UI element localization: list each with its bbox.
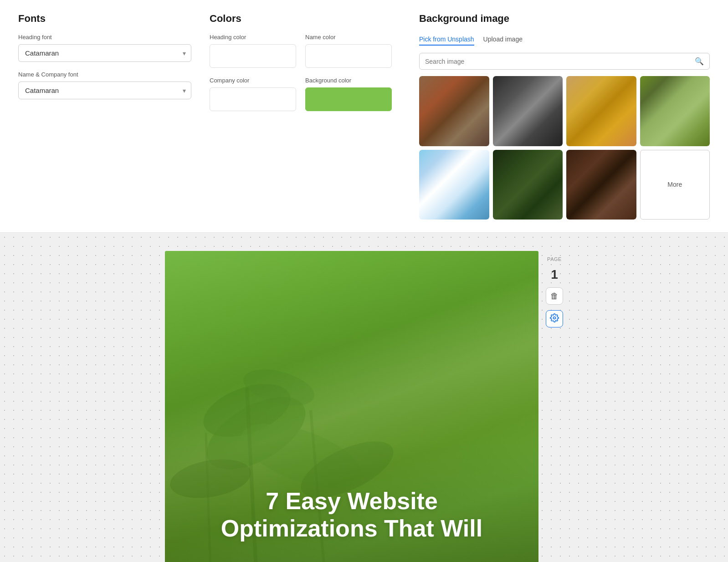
svg-point-4 — [240, 363, 318, 412]
colors-section: Colors Heading color Name color Company … — [210, 13, 419, 220]
page-wrapper: 7 Easy Website Optimizations That Will P… — [165, 251, 563, 562]
list-item[interactable] — [640, 76, 710, 146]
background-color-field: Background color — [305, 77, 392, 111]
name-company-font-field: Name & Company font Catamaran Arial Geor… — [18, 71, 191, 99]
heading-font-wrapper: Catamaran Arial Georgia Helvetica ▾ — [18, 44, 191, 62]
color-row-top: Heading color Name color — [210, 34, 392, 68]
name-color-swatch[interactable] — [305, 44, 392, 68]
thumbnail-field — [640, 76, 710, 146]
settings-button[interactable] — [546, 310, 563, 327]
svg-point-0 — [195, 382, 317, 484]
svg-point-1 — [196, 373, 297, 447]
thumbnail-door — [419, 76, 489, 146]
list-item[interactable] — [419, 76, 489, 146]
more-button[interactable]: More — [640, 150, 710, 220]
heading-line-1: 7 Easy Website — [266, 488, 438, 514]
heading-font-label: Heading font — [18, 34, 191, 41]
color-row-bottom: Company color Background color — [210, 77, 392, 111]
name-color-field: Name color — [305, 34, 392, 68]
bg-image-title: Background image — [419, 13, 710, 25]
page-content: 7 Easy Website Optimizations That Will — [194, 488, 510, 542]
name-company-font-label: Name & Company font — [18, 71, 191, 78]
thumbnail-person-outdoor — [419, 150, 489, 220]
heading-line-2: Optimizations That Will — [221, 515, 482, 542]
heading-font-select[interactable]: Catamaran Arial Georgia Helvetica — [18, 44, 191, 62]
background-image-section: Background image Pick from Unsplash Uplo… — [419, 13, 710, 220]
search-box: 🔍 — [419, 53, 710, 70]
search-input[interactable] — [425, 58, 695, 65]
side-controls: PAGE 1 🗑 — [546, 251, 563, 327]
thumbnail-coins — [566, 150, 636, 220]
page-number: 1 — [551, 267, 558, 282]
list-item[interactable] — [419, 150, 489, 220]
list-item[interactable] — [566, 76, 636, 146]
tab-upload-image[interactable]: Upload image — [483, 34, 523, 46]
heading-color-swatch[interactable] — [210, 44, 296, 68]
company-color-field: Company color — [210, 77, 296, 111]
fonts-title: Fonts — [18, 13, 191, 25]
thumbnail-laptop — [493, 76, 563, 146]
background-color-swatch[interactable] — [305, 87, 392, 111]
page-label: PAGE — [547, 256, 562, 262]
colors-title: Colors — [210, 13, 392, 25]
canvas-area: 7 Easy Website Optimizations That Will P… — [0, 233, 728, 562]
background-color-label: Background color — [305, 77, 392, 84]
heading-color-label: Heading color — [210, 34, 296, 41]
name-color-label: Name color — [305, 34, 392, 41]
name-company-font-select[interactable]: Catamaran Arial Georgia Helvetica — [18, 82, 191, 99]
image-grid: More — [419, 76, 710, 220]
list-item[interactable] — [493, 150, 563, 220]
page-heading: 7 Easy Website Optimizations That Will — [221, 488, 482, 542]
list-item[interactable] — [566, 150, 636, 220]
svg-point-9 — [554, 317, 556, 319]
heading-color-field: Heading color — [210, 34, 296, 68]
company-color-swatch[interactable] — [210, 87, 296, 111]
heading-font-field: Heading font Catamaran Arial Georgia Hel… — [18, 34, 191, 62]
top-panel: Fonts Heading font Catamaran Arial Georg… — [0, 0, 728, 233]
thumbnail-leaves — [493, 150, 563, 220]
company-color-label: Company color — [210, 77, 296, 84]
page-card: 7 Easy Website Optimizations That Will — [165, 251, 538, 562]
name-company-font-wrapper: Catamaran Arial Georgia Helvetica ▾ — [18, 82, 191, 99]
search-icon: 🔍 — [695, 57, 704, 66]
thumbnail-hat — [566, 76, 636, 146]
fonts-section: Fonts Heading font Catamaran Arial Georg… — [18, 13, 210, 220]
settings-icon — [550, 313, 559, 325]
delete-page-button[interactable]: 🗑 — [546, 287, 563, 305]
tab-pick-unsplash[interactable]: Pick from Unsplash — [419, 34, 474, 46]
list-item[interactable] — [493, 76, 563, 146]
bg-tabs: Pick from Unsplash Upload image — [419, 34, 710, 46]
trash-icon: 🗑 — [550, 291, 559, 301]
page-background: 7 Easy Website Optimizations That Will — [165, 251, 538, 562]
